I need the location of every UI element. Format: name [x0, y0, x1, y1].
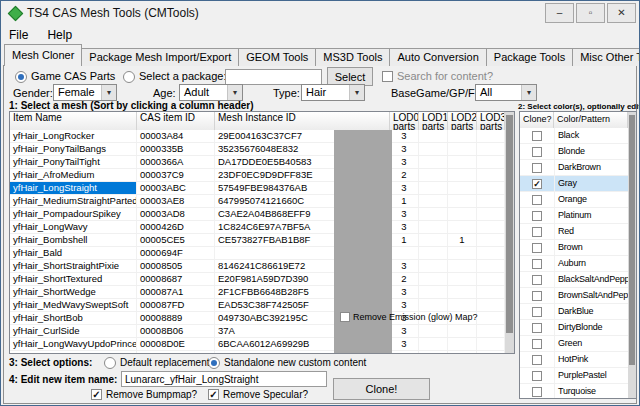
- remove-bumpmap-checkbox[interactable]: [91, 389, 102, 400]
- chevron-down-icon[interactable]: ▾: [521, 85, 536, 100]
- tab-ms3d-tools[interactable]: MS3D Tools: [315, 48, 390, 66]
- table-row[interactable]: yfHair_MediumWavy0000900F9C8BCFC114B9746…: [10, 351, 505, 353]
- column-header-color-pattern[interactable]: Color/Pattern: [554, 112, 628, 128]
- select-package-radio[interactable]: [123, 71, 135, 83]
- color-row[interactable]: Black: [520, 128, 628, 144]
- tab-geom-tools[interactable]: GEOM Tools: [238, 48, 316, 66]
- standalone-radio[interactable]: [208, 357, 220, 369]
- chevron-down-icon[interactable]: ▾: [349, 85, 364, 100]
- clone-checkbox[interactable]: [532, 179, 542, 189]
- color-row[interactable]: DarkBrown: [520, 160, 628, 176]
- menu-help[interactable]: Help: [39, 25, 80, 45]
- age-select[interactable]: Adult▾: [179, 84, 243, 101]
- color-row[interactable]: Red: [520, 224, 628, 240]
- color-row[interactable]: BrownSaltAndPepper: [520, 288, 628, 304]
- type-select[interactable]: Hair▾: [301, 84, 365, 101]
- table-row[interactable]: yfHair_MediumStraightParted00003AE864799…: [10, 195, 505, 208]
- remove-specular-checkbox[interactable]: [208, 389, 219, 400]
- column-header-lod1-parts[interactable]: LOD1 parts: [419, 112, 448, 130]
- pack-select[interactable]: All▾: [475, 84, 537, 101]
- color-row[interactable]: Orange: [520, 192, 628, 208]
- scrollbar-thumb[interactable]: [506, 115, 513, 333]
- table-row[interactable]: yfHair_CurlSide00008B0637A3: [10, 325, 505, 338]
- table-row[interactable]: yfHair_AfroMedium000037C923DF0EC9D9DFF83…: [10, 169, 505, 182]
- tab-mesh-cloner[interactable]: Mesh Cloner: [4, 44, 82, 66]
- clone-checkbox[interactable]: [532, 355, 542, 365]
- color-row[interactable]: Auburn: [520, 256, 628, 272]
- table-row[interactable]: yfHair_LongRocker00003A8429E004163C37CF7…: [10, 130, 505, 143]
- table-row[interactable]: yfHair_LongStraight00003ABC57549FBE98437…: [10, 182, 505, 195]
- column-header-lod3-parts[interactable]: LOD3 parts: [477, 112, 505, 130]
- titlebar[interactable]: TS4 CAS Mesh Tools (CMTools) – ▫ ✕: [1, 1, 639, 25]
- clone-checkbox[interactable]: [532, 131, 542, 141]
- tab-misc-other-tools[interactable]: Misc Other Tools: [572, 48, 640, 66]
- color-row[interactable]: DarkBlue: [520, 304, 628, 320]
- new-item-name-input[interactable]: [121, 371, 327, 387]
- table-row[interactable]: yfHair_ShortTextured00008687E20F981A59D7…: [10, 273, 505, 286]
- search-content-checkbox[interactable]: [382, 71, 393, 82]
- remove-emission-checkbox[interactable]: [340, 312, 350, 322]
- clone-checkbox[interactable]: [532, 147, 542, 157]
- clone-checkbox[interactable]: [532, 291, 542, 301]
- chevron-down-icon[interactable]: ▾: [101, 85, 116, 100]
- column-header-lod2-parts[interactable]: LOD2 parts: [448, 112, 477, 130]
- color-row[interactable]: DirtyBlonde: [520, 320, 628, 336]
- table-row[interactable]: yfHair_Bald0000694F: [10, 247, 505, 260]
- table-row[interactable]: yfHair_ShortWedge000087A12F1CFBB6648B28F…: [10, 286, 505, 299]
- vertical-scrollbar[interactable]: [505, 112, 514, 353]
- package-path-input[interactable]: [225, 69, 322, 85]
- maximize-button[interactable]: ▫: [576, 3, 605, 23]
- close-button[interactable]: ✕: [607, 3, 636, 23]
- column-header-cas-item-id[interactable]: CAS item ID: [137, 112, 215, 130]
- color-row[interactable]: Turquoise: [520, 384, 628, 398]
- clone-checkbox[interactable]: [532, 227, 542, 237]
- table-row[interactable]: yfHair_PonyTailTight0000366ADA17DDE0E5B4…: [10, 156, 505, 169]
- vertical-scrollbar[interactable]: [628, 112, 636, 398]
- clone-checkbox[interactable]: [532, 243, 542, 253]
- scrollbar-thumb[interactable]: [629, 115, 635, 365]
- clone-checkbox[interactable]: [532, 195, 542, 205]
- clone-button[interactable]: Clone!: [333, 378, 430, 400]
- table-row[interactable]: yfHair_PompadourSpikey00003AD8C3AE2A04B8…: [10, 208, 505, 221]
- table-row[interactable]: yfHair_LongWavyUpdoPrincess00008D0E6BCAA…: [10, 338, 505, 351]
- clone-checkbox[interactable]: [532, 323, 542, 333]
- color-row[interactable]: Brown: [520, 240, 628, 256]
- color-row[interactable]: PurplePastel: [520, 368, 628, 384]
- tab-package-mesh-import-export[interactable]: Package Mesh Import/Export: [81, 48, 239, 66]
- color-row[interactable]: Platinum: [520, 208, 628, 224]
- mesh-cell: 2: [390, 273, 419, 285]
- tab-package-tools[interactable]: Package Tools: [486, 48, 573, 66]
- clone-checkbox[interactable]: [532, 339, 542, 349]
- color-table[interactable]: Clone?Color/Pattern BlackBlondeDarkBrown…: [519, 111, 637, 399]
- mesh-cell: [477, 299, 505, 311]
- clone-checkbox[interactable]: [532, 387, 542, 397]
- tab-auto-conversion[interactable]: Auto Conversion: [389, 48, 486, 66]
- clone-checkbox[interactable]: [532, 163, 542, 173]
- chevron-down-icon[interactable]: ▾: [227, 85, 242, 100]
- remove-emission-label: Remove Emission (glow) Map?: [353, 312, 478, 322]
- clone-checkbox[interactable]: [532, 259, 542, 269]
- color-row[interactable]: Gray: [520, 176, 628, 192]
- color-row[interactable]: BlackSaltAndPepper: [520, 272, 628, 288]
- gender-select[interactable]: Female▾: [53, 84, 117, 101]
- mesh-table[interactable]: Item NameCAS item IDMesh Instance IDLOD0…: [9, 111, 515, 354]
- table-row[interactable]: yfHair_PonyTailBangs0000335B35235676048E…: [10, 143, 505, 156]
- color-row[interactable]: Green: [520, 336, 628, 352]
- clone-checkbox[interactable]: [532, 211, 542, 221]
- color-row[interactable]: Blonde: [520, 144, 628, 160]
- menu-file[interactable]: File: [1, 25, 36, 45]
- clone-checkbox[interactable]: [532, 307, 542, 317]
- clone-checkbox[interactable]: [532, 371, 542, 381]
- game-cas-parts-radio[interactable]: [15, 71, 27, 83]
- table-row[interactable]: yfHair_Bombshell00005CE5CE573827FBAB1B8F…: [10, 234, 505, 247]
- table-row[interactable]: yfHair_ShortStraightPixie000085058146241…: [10, 260, 505, 273]
- clone-checkbox[interactable]: [532, 275, 542, 285]
- column-header-mesh-instance-id[interactable]: Mesh Instance ID: [215, 112, 390, 130]
- color-row[interactable]: HotPink: [520, 352, 628, 368]
- table-row[interactable]: yfHair_LongWavy0000426D1C824C6E97A7BF5A3: [10, 221, 505, 234]
- column-header-clone[interactable]: Clone?: [520, 112, 554, 128]
- column-header-item-name[interactable]: Item Name: [10, 112, 137, 130]
- minimize-button[interactable]: –: [545, 3, 574, 23]
- default-replacement-radio[interactable]: [104, 357, 116, 369]
- column-header-lod0-parts[interactable]: LOD0 parts: [390, 112, 419, 130]
